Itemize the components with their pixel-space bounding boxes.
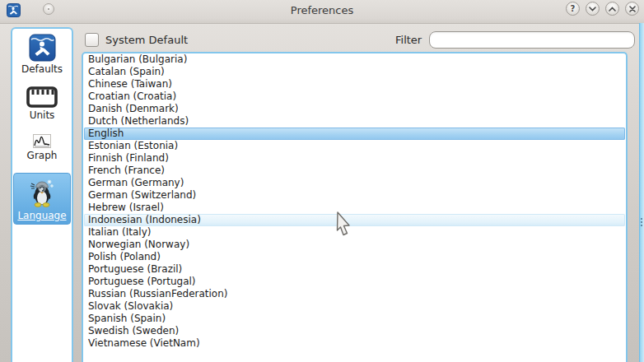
sidebar-item-label: Defaults (21, 63, 63, 75)
list-item[interactable]: Spanish (Spain) (84, 313, 625, 325)
system-default-row: System Default (85, 33, 188, 47)
list-item[interactable]: Danish (Denmark) (84, 103, 625, 115)
language-list[interactable]: Bulgarian (Bulgaria)Catalan (Spain)Chine… (82, 52, 628, 362)
list-item[interactable]: Chinese (Taiwan) (84, 78, 625, 90)
list-item[interactable]: Russian (RussianFederation) (84, 288, 625, 300)
diver-icon (29, 34, 56, 62)
sidebar-item-defaults[interactable]: Defaults (12, 34, 72, 75)
list-item[interactable]: Estonian (Estonia) (84, 140, 625, 152)
list-item[interactable]: Portuguese (Brazil) (84, 263, 625, 276)
minimize-button[interactable] (586, 2, 600, 16)
chevron-down-icon (589, 7, 596, 12)
list-item[interactable]: Portuguese (Portugal) (84, 276, 625, 288)
system-default-checkbox[interactable] (85, 33, 99, 47)
tux-penguin-icon (26, 177, 58, 208)
window-buttons: ? (566, 2, 639, 16)
sidebar-item-graph-label: Graph (27, 150, 58, 161)
filter-label: Filter (395, 34, 422, 46)
list-item[interactable]: French (France) (84, 165, 625, 177)
list-item[interactable]: Croatian (Croatia) (84, 90, 625, 103)
titlebar: Preferences ? (0, 0, 644, 24)
profile-graph-icon (33, 134, 51, 148)
window-title: Preferences (0, 0, 644, 23)
close-button[interactable] (625, 2, 639, 16)
maximize-button[interactable] (605, 2, 619, 16)
help-button[interactable]: ? (566, 2, 580, 16)
list-item[interactable]: Dutch (Netherlands) (84, 115, 625, 128)
list-item[interactable]: Indonesian (Indonesia) (84, 214, 625, 226)
list-item[interactable]: Finnish (Finland) (84, 152, 625, 165)
list-item[interactable]: Italian (Italy) (84, 226, 625, 239)
system-default-label: System Default (105, 34, 188, 46)
splitter-handle[interactable] (639, 23, 644, 362)
sidebar-item-units[interactable]: Units (12, 86, 72, 121)
close-icon (629, 6, 636, 12)
list-item[interactable]: Polish (Poland) (84, 251, 625, 263)
list-item[interactable]: Hebrew (Israel) (84, 202, 625, 214)
filter-row: Filter (395, 31, 635, 49)
filter-input[interactable] (429, 31, 635, 49)
ruler-icon (26, 86, 58, 108)
list-item[interactable]: Bulgarian (Bulgaria) (84, 53, 625, 66)
list-item[interactable]: Catalan (Spain) (84, 66, 625, 78)
list-item[interactable]: German (Switzerland) (84, 189, 625, 202)
list-item[interactable]: Slovak (Slovakia) (84, 300, 625, 313)
list-item[interactable]: Swedish (Sweden) (84, 325, 625, 337)
sidebar-item-language[interactable]: Language (13, 173, 71, 225)
list-item[interactable]: English (84, 128, 625, 140)
list-item[interactable]: German (Germany) (84, 177, 625, 189)
preferences-sidebar: Defaults Units Graph (11, 27, 73, 362)
sidebar-item-language-label: Language (17, 210, 66, 221)
list-item[interactable]: Vietnamese (VietNam) (84, 337, 625, 350)
list-item[interactable]: Norwegian (Norway) (84, 239, 625, 251)
sidebar-item-label: Units (30, 109, 55, 121)
sidebar-item-graph[interactable]: Graph (12, 134, 72, 161)
chevron-up-icon (609, 7, 616, 12)
splitter-grip-icon (641, 218, 642, 226)
